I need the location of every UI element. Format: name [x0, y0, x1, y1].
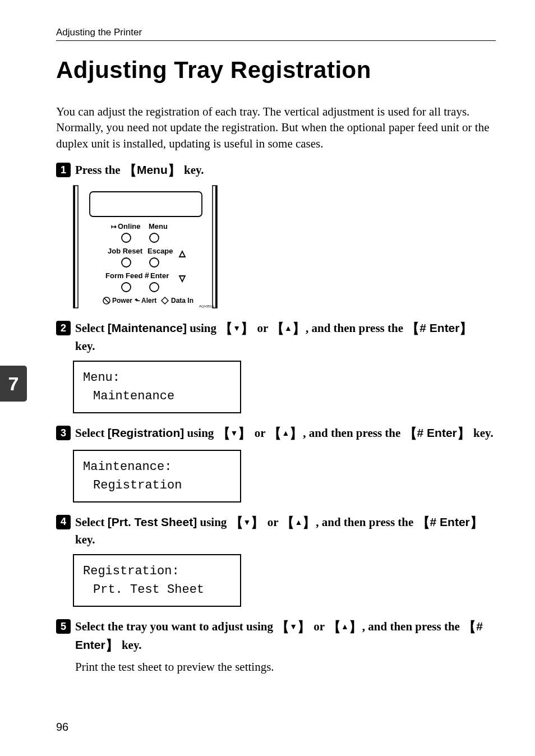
svg-line-22: [104, 298, 109, 303]
svg-text:Enter: Enter: [150, 271, 169, 280]
breadcrumb: Adjusting the Printer: [56, 27, 496, 38]
chapter-tab: 7: [0, 366, 27, 402]
lcd-line: Registration:: [83, 562, 231, 580]
lcd-line: Prt. Test Sheet: [83, 580, 231, 599]
step-5: 5 Select the tray you want to adjust usi…: [56, 618, 496, 654]
lcd-line: Maintenance: [83, 387, 231, 405]
lcd-display-2: Maintenance: Registration: [73, 450, 241, 503]
step-text: Press the Menu key.: [75, 162, 204, 179]
svg-point-8: [122, 233, 131, 242]
down-triangle-icon: ▼: [230, 429, 238, 437]
step-text: Select [Prt. Test Sheet] using ▼ or ▲, a…: [75, 514, 496, 548]
svg-marker-26: [162, 297, 168, 304]
svg-text:#: #: [145, 271, 149, 280]
intro-paragraph: You can adjust the registration of each …: [56, 104, 496, 151]
printer-control-panel: ↦ Online Menu Job Reset Escape Form Feed…: [73, 185, 496, 308]
step-3: 3 Select [Registration] using ▼ or ▲, an…: [56, 425, 496, 442]
svg-text:Online: Online: [118, 222, 140, 231]
up-triangle-icon: ▲: [341, 623, 349, 631]
svg-rect-4: [90, 192, 202, 216]
down-triangle-icon: ▼: [233, 324, 241, 333]
lcd-display-1: Menu: Maintenance: [73, 361, 241, 413]
svg-rect-3: [215, 186, 217, 308]
step-number: 3: [56, 426, 71, 440]
page-number: 96: [56, 721, 68, 734]
hash-icon: #: [417, 426, 427, 439]
svg-marker-14: [179, 251, 185, 257]
step-4: 4 Select [Prt. Test Sheet] using ▼ or ▲,…: [56, 514, 496, 548]
svg-text:Power: Power: [112, 297, 132, 305]
hash-icon: #: [419, 321, 430, 334]
up-triangle-icon: ▲: [282, 429, 289, 437]
step-text: Select the tray you want to adjust using…: [75, 618, 496, 654]
step-2: 2 Select [Maintenance] using ▼ or ▲, and…: [56, 320, 496, 354]
up-triangle-icon: ▲: [284, 324, 292, 333]
step-number: 2: [56, 321, 71, 335]
step-text: Select [Maintenance] using ▼ or ▲, and t…: [75, 320, 496, 354]
svg-text:Alert: Alert: [141, 297, 156, 305]
svg-text:AQV251S: AQV251S: [199, 305, 214, 308]
down-triangle-icon: ▼: [289, 623, 297, 631]
svg-point-12: [122, 258, 131, 267]
step-1: 1 Press the Menu key.: [56, 162, 496, 179]
svg-rect-1: [73, 186, 75, 308]
header-rule: [56, 40, 496, 41]
lcd-line: Menu:: [83, 368, 231, 387]
svg-point-19: [150, 283, 159, 292]
svg-text:Menu: Menu: [149, 222, 168, 231]
up-triangle-icon: ▲: [294, 518, 302, 527]
svg-point-18: [122, 283, 131, 292]
svg-text:⬑: ⬑: [135, 297, 140, 305]
hash-icon: #: [430, 515, 440, 528]
svg-text:↦: ↦: [111, 223, 117, 231]
svg-text:Data In: Data In: [171, 297, 193, 305]
hash-icon: #: [476, 620, 483, 633]
lcd-line: Registration: [83, 476, 231, 495]
step-number: 4: [56, 515, 71, 529]
svg-text:Escape: Escape: [147, 247, 173, 255]
svg-marker-20: [179, 276, 185, 282]
page-title: Adjusting Tray Registration: [56, 57, 496, 84]
svg-point-9: [150, 233, 159, 242]
svg-text:Job Reset: Job Reset: [108, 247, 143, 255]
svg-text:Form Feed: Form Feed: [105, 271, 143, 280]
step-number: 1: [56, 163, 71, 177]
step-number: 5: [56, 619, 71, 634]
step-text: Select [Registration] using ▼ or ▲, and …: [75, 425, 494, 442]
down-triangle-icon: ▼: [243, 518, 251, 527]
svg-point-13: [150, 258, 159, 267]
step-5-sub: Print the test sheet to preview the sett…: [75, 659, 496, 675]
lcd-display-3: Registration: Prt. Test Sheet: [73, 554, 241, 607]
lcd-line: Maintenance:: [83, 458, 231, 476]
